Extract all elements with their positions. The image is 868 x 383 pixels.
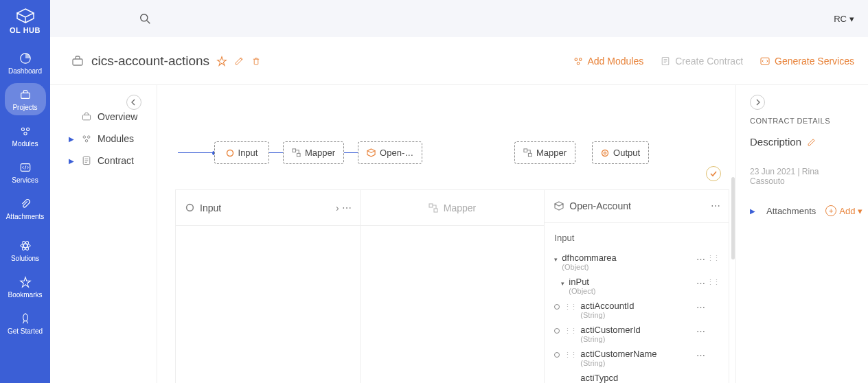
svg-point-9	[141, 14, 148, 21]
nav-contract[interactable]: ▶ Contract	[62, 150, 157, 172]
panel-openaccount: Open-Account ⋯ Input ▾ dfhcommarea (Obje…	[545, 190, 729, 383]
drag-handle-icon[interactable]: ⋮⋮	[564, 327, 576, 336]
search-button[interactable]	[139, 13, 151, 25]
mapper-icon	[523, 148, 532, 157]
tree-row[interactable]: ⋮⋮ actiCustomerName (String) ⋯	[545, 346, 719, 370]
favorite-button[interactable]	[216, 56, 227, 67]
tree-row[interactable]: ▾ inPut (Object) ⋯ ⋮⋮	[554, 274, 719, 298]
sidebar-item-label: Bookmarks	[8, 291, 42, 299]
attachments-label: Attachments	[766, 206, 816, 216]
paperclip-icon	[19, 198, 32, 210]
caret-right-icon[interactable]: ▶	[750, 207, 755, 215]
flow-node-mapper[interactable]: Mapper	[283, 141, 344, 164]
flow-node-mapper2[interactable]: Mapper	[514, 141, 575, 164]
nav-overview[interactable]: Overview	[62, 106, 157, 128]
pencil-icon	[807, 137, 816, 147]
field-name: actiTypcd	[580, 373, 618, 383]
tree-row[interactable]: ▾ dfhcommarea (Object) ⋯ ⋮⋮	[554, 250, 719, 274]
sidebar-item-projects[interactable]: Projects	[5, 83, 46, 115]
svg-rect-23	[297, 153, 300, 156]
code-box-icon	[760, 56, 770, 67]
atom-icon	[19, 240, 32, 252]
sidebar: OL HUB Dashboard Projects Modules Servic…	[0, 0, 50, 383]
project-title: cics-account-actions	[71, 54, 261, 69]
field-type: (String)	[580, 311, 634, 319]
briefcase-icon	[19, 89, 32, 101]
sidebar-item-dashboard[interactable]: Dashboard	[5, 47, 46, 79]
briefcase-icon	[71, 54, 84, 68]
svg-point-2	[21, 128, 24, 130]
port-icon[interactable]	[554, 328, 560, 334]
sidebar-item-label: Get Started	[8, 327, 43, 335]
document-icon	[81, 155, 92, 166]
svg-point-21	[227, 150, 233, 156]
action-label: Generate Services	[775, 56, 854, 67]
more-icon[interactable]: ⋯	[696, 254, 705, 264]
contract-details: CONTRACT DETAILS Description 23 Jun 2021…	[736, 85, 868, 216]
flow-node-label: Input	[238, 148, 258, 158]
panel-mapper: Mapper	[361, 190, 545, 383]
sidebar-item-services[interactable]: Services	[5, 156, 46, 188]
flow-node-input[interactable]: Input	[214, 141, 269, 164]
flow-row-right: Mapper Output	[514, 141, 649, 164]
field-name: inPut	[569, 277, 595, 287]
user-menu[interactable]: RC ▾	[834, 14, 854, 24]
svg-rect-1	[21, 93, 30, 98]
drag-handle-icon[interactable]: ⋮⋮	[564, 303, 576, 312]
sidebar-item-bookmarks[interactable]: Bookmarks	[5, 270, 46, 303]
port-icon[interactable]	[554, 304, 560, 310]
project-header: cics-account-actions Add Modules Create …	[50, 37, 868, 85]
expand-right-button[interactable]	[750, 95, 765, 110]
mapper-panels: Input › ⋯ Mapper Open-Account ⋯ Input	[175, 189, 729, 383]
add-attachment-button[interactable]: + Add ▾	[825, 205, 863, 216]
more-icon[interactable]: ⋯	[342, 202, 352, 213]
more-icon[interactable]: ⋯	[696, 350, 705, 360]
sidebar-item-modules[interactable]: Modules	[5, 119, 46, 152]
action-label: Create Contract	[675, 56, 743, 67]
mapper-icon	[429, 203, 438, 213]
svg-point-26	[602, 150, 608, 156]
add-modules-button[interactable]: Add Modules	[573, 56, 644, 67]
svg-rect-16	[82, 115, 90, 120]
brand-logo: OL HUB	[10, 8, 41, 34]
more-icon[interactable]: ⋯	[696, 278, 705, 288]
edit-description-button[interactable]	[807, 137, 816, 147]
approve-button[interactable]	[706, 166, 721, 181]
attachments-row: ▶ Attachments + Add ▾	[750, 205, 854, 216]
project-name: cics-account-actions	[91, 54, 209, 69]
sidebar-item-attachments[interactable]: Attachments	[5, 192, 46, 224]
check-icon	[709, 170, 718, 178]
tree-row[interactable]: ⋮⋮ actiCustomerId (String) ⋯	[545, 322, 719, 346]
generate-services-button[interactable]: Generate Services	[760, 56, 854, 67]
tree-row[interactable]: ⋮⋮ actiTypcd	[545, 370, 719, 383]
caret-right-icon: ▶	[69, 157, 76, 165]
trash-icon	[251, 56, 261, 66]
briefcase-icon	[81, 111, 92, 122]
edit-button[interactable]	[234, 56, 244, 66]
more-icon[interactable]: ⋯	[696, 302, 705, 312]
flow-node-openaccount[interactable]: Open-…	[358, 141, 422, 164]
drag-handle-icon[interactable]: ⋮⋮	[707, 278, 719, 287]
mapper-icon	[292, 148, 301, 157]
nav-modules[interactable]: ▶ Modules	[62, 128, 157, 150]
sidebar-item-solutions[interactable]: Solutions	[5, 234, 46, 266]
chevron-right-icon[interactable]: ›	[336, 202, 339, 213]
field-name: dfhcommarea	[562, 253, 616, 263]
svg-point-11	[575, 58, 578, 60]
delete-button[interactable]	[251, 56, 261, 66]
more-icon[interactable]: ⋯	[696, 326, 705, 336]
drag-handle-icon[interactable]: ⋮⋮	[564, 351, 576, 360]
svg-rect-10	[73, 59, 82, 65]
tree-row[interactable]: ⋮⋮ actiAccountId (String) ⋯	[545, 298, 719, 322]
more-icon[interactable]: ⋯	[711, 200, 720, 211]
port-icon[interactable]	[554, 352, 560, 358]
drag-handle-icon[interactable]: ⋮⋮	[707, 254, 719, 263]
sidebar-item-getstarted[interactable]: Get Started	[5, 307, 46, 339]
header-actions: Add Modules Create Contract Generate Ser…	[573, 56, 855, 67]
topbar: RC ▾	[50, 0, 868, 37]
module-icon	[367, 148, 376, 157]
action-label: Add Modules	[588, 56, 644, 67]
flow-node-output[interactable]: Output	[592, 141, 649, 164]
scrollbar[interactable]	[731, 177, 735, 259]
panel-header-openaccount: Open-Account ⋯	[545, 190, 729, 223]
